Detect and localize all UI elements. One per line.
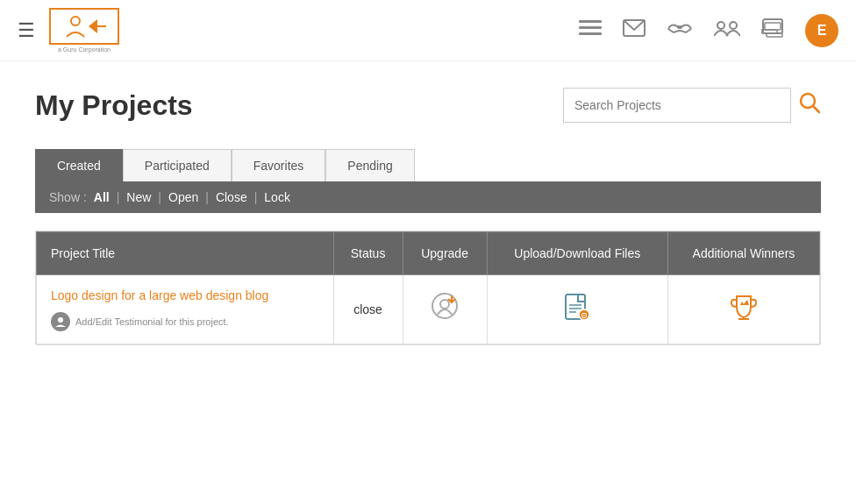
tab-created[interactable]: Created: [35, 149, 123, 181]
winner-icon[interactable]: [730, 293, 758, 326]
upload-download-icon[interactable]: ⊙: [564, 293, 590, 326]
svg-text:⊙: ⊙: [581, 311, 588, 320]
list-icon[interactable]: [579, 18, 602, 43]
svg-rect-12: [763, 19, 782, 33]
svg-point-20: [440, 300, 449, 309]
svg-point-9: [679, 25, 682, 29]
project-link[interactable]: Logo design for a large web design blog: [51, 288, 268, 302]
header-left: ☰ a Guru Corporation: [18, 8, 119, 53]
cell-project-title: Logo design for a large web design blog …: [37, 275, 334, 344]
testimonial-row: Add/Edit Testimonial for this project.: [51, 312, 323, 331]
testimonial-text: Add/Edit Testimonial for this project.: [75, 316, 229, 327]
col-upload-download: Upload/Download Files: [487, 232, 667, 275]
svg-point-19: [432, 294, 457, 318]
avatar[interactable]: E: [805, 14, 838, 47]
search-button[interactable]: [798, 91, 821, 119]
tab-pending[interactable]: Pending: [325, 149, 414, 181]
handshake-icon[interactable]: [667, 18, 693, 43]
projects-table: Project Title Status Upgrade Upload/Down…: [36, 231, 820, 344]
svg-rect-6: [579, 32, 602, 35]
search-icon: [798, 91, 821, 114]
filter-new[interactable]: New: [126, 190, 151, 204]
cell-additional-winners: [667, 275, 819, 344]
search-input[interactable]: [563, 88, 791, 123]
table-row: Logo design for a large web design blog …: [37, 275, 820, 344]
search-row: [563, 88, 821, 123]
svg-point-10: [717, 22, 724, 29]
filter-show-label: Show :: [49, 190, 87, 204]
col-project-title: Project Title: [37, 232, 334, 275]
filter-open[interactable]: Open: [168, 190, 198, 204]
cell-upgrade: [403, 275, 487, 344]
group-icon[interactable]: [714, 18, 740, 43]
filter-sep-1: |: [117, 190, 120, 204]
svg-rect-5: [579, 26, 602, 29]
svg-point-11: [730, 22, 737, 29]
tabs: Created Participated Favorites Pending: [35, 149, 821, 181]
logo[interactable]: a Guru Corporation: [49, 8, 119, 53]
title-row: My Projects: [35, 88, 821, 123]
upgrade-icon[interactable]: [431, 292, 459, 326]
filter-bar: Show : All | New | Open | Close | Lock: [35, 181, 821, 213]
tab-participated[interactable]: Participated: [123, 149, 232, 181]
filter-lock[interactable]: Lock: [264, 190, 290, 204]
svg-rect-13: [765, 23, 781, 30]
svg-line-17: [813, 106, 819, 112]
cell-status: close: [333, 275, 403, 344]
page-title: My Projects: [35, 89, 193, 122]
col-upgrade: Upgrade: [403, 232, 487, 275]
col-status: Status: [333, 232, 403, 275]
page-content: My Projects Created Participated Favorit…: [0, 61, 856, 372]
table-header-row: Project Title Status Upgrade Upload/Down…: [37, 232, 820, 275]
col-additional-winners: Additional Winners: [667, 232, 819, 275]
logo-box: [49, 8, 119, 45]
filter-sep-2: |: [158, 190, 161, 204]
testimonial-icon: [51, 312, 70, 331]
filter-sep-4: |: [254, 190, 258, 204]
header: ☰ a Guru Corporation: [0, 0, 856, 61]
money-icon[interactable]: [761, 18, 784, 44]
logo-subtitle: a Guru Corporation: [58, 46, 111, 53]
svg-point-18: [58, 317, 63, 323]
logo-svg: [58, 12, 111, 40]
svg-rect-4: [579, 20, 602, 23]
mail-icon[interactable]: [623, 19, 646, 42]
projects-table-wrapper: Project Title Status Upgrade Upload/Down…: [35, 231, 821, 345]
tab-favorites[interactable]: Favorites: [232, 149, 326, 181]
hamburger-menu-icon[interactable]: ☰: [18, 19, 35, 42]
header-nav: E: [579, 14, 838, 47]
filter-sep-3: |: [205, 190, 209, 204]
filter-close[interactable]: Close: [216, 190, 247, 204]
cell-upload-download: ⊙: [487, 275, 667, 344]
filter-all[interactable]: All: [94, 190, 110, 204]
